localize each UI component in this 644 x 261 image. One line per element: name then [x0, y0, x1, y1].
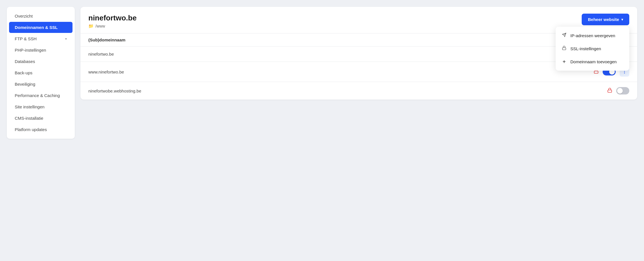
svg-rect-3: [594, 71, 598, 73]
plus-icon: +: [561, 59, 567, 65]
chevron-right-icon: ▾: [65, 37, 67, 41]
svg-rect-7: [608, 90, 612, 92]
table-header-domain: (Sub)domeinnaam: [80, 33, 399, 47]
sidebar-item-domeinnamen-ssl[interactable]: Domeinnamen & SSL: [9, 22, 72, 33]
lock-icon: [561, 46, 567, 51]
sidebar-item-ftp-ssh[interactable]: FTP & SSH▾: [9, 33, 72, 44]
header-left: ninefortwo.be 📁 /www: [88, 14, 137, 29]
sidebar-item-site-instellingen[interactable]: Site instellingen: [9, 101, 72, 112]
subtitle-text: /www: [95, 24, 105, 28]
dropdown-item-label: Domeinnaam toevoegen: [570, 59, 617, 64]
svg-rect-2: [562, 48, 566, 50]
page-subtitle: 📁 /www: [88, 24, 137, 29]
sidebar-item-beveiliging[interactable]: Beveiliging: [9, 79, 72, 90]
sidebar-item-performance-caching[interactable]: Performance & Caching: [9, 90, 72, 101]
beheer-btn-label: Beheer website: [588, 17, 619, 22]
domain-name: www.ninefortwo.be: [80, 62, 399, 82]
send-icon: [561, 33, 567, 38]
sidebar-item-php-instellingen[interactable]: PHP-instellingen: [9, 45, 72, 56]
row-actions: [399, 82, 637, 100]
table-row: ninefortwo.be: [80, 47, 637, 62]
sidebar-item-overzicht[interactable]: Overzicht: [9, 10, 72, 22]
sidebar-item-label: PHP-instellingen: [15, 48, 46, 52]
sidebar: OverzichtDomeinnamen & SSLFTP & SSH▾PHP-…: [7, 7, 75, 139]
lock-icon: [607, 88, 612, 94]
sidebar-item-label: CMS-installatie: [15, 116, 43, 121]
sidebar-item-platform-updates[interactable]: Platform updates: [9, 124, 72, 135]
sidebar-item-label: Domeinnamen & SSL: [15, 25, 58, 30]
domain-name: ninefortwobe.webhosting.be: [80, 82, 399, 100]
dropdown-item-ssl-instellingen[interactable]: SSL-instellingen: [556, 42, 629, 55]
dropdown-item-domeinnaam-toevoegen[interactable]: +Domeinnaam toevoegen: [556, 55, 629, 68]
sidebar-item-label: Site instellingen: [15, 104, 44, 109]
sidebar-item-label: Platform updates: [15, 127, 47, 132]
sidebar-item-back-ups[interactable]: Back-ups: [9, 67, 72, 78]
sidebar-item-cms-installatie[interactable]: CMS-installatie: [9, 113, 72, 124]
toggle-off[interactable]: [616, 87, 629, 94]
domain-table: (Sub)domeinnaam ninefortwo.bewww.ninefor…: [80, 33, 637, 100]
chevron-down-icon: ▾: [621, 18, 623, 22]
svg-point-6: [624, 73, 625, 74]
folder-icon: 📁: [88, 24, 94, 29]
domain-name: ninefortwo.be: [80, 47, 399, 62]
main-panel: ninefortwo.be 📁 /www Beheer website ▾ IP…: [80, 7, 637, 100]
toggle-knob: [617, 88, 623, 94]
sidebar-item-label: Databases: [15, 59, 35, 64]
sidebar-item-label: Back-ups: [15, 70, 33, 75]
sidebar-item-label: Performance & Caching: [15, 93, 60, 98]
page-title: ninefortwo.be: [88, 14, 137, 22]
dropdown-item-label: IP-adressen weergeven: [570, 33, 615, 38]
svg-point-5: [624, 71, 625, 72]
sidebar-item-databases[interactable]: Databases: [9, 56, 72, 67]
sidebar-item-label: FTP & SSH: [15, 36, 37, 41]
table-row: ninefortwobe.webhosting.be: [80, 82, 637, 100]
table-row: www.ninefortwo.be: [80, 62, 637, 82]
dropdown-item-label: SSL-instellingen: [570, 46, 601, 51]
sidebar-item-label: Beveiliging: [15, 82, 35, 87]
main-header: ninefortwo.be 📁 /www Beheer website ▾ IP…: [80, 7, 637, 33]
beheer-website-button[interactable]: Beheer website ▾: [582, 14, 629, 25]
dropdown-item-ip-adressen[interactable]: IP-adressen weergeven: [556, 29, 629, 42]
sidebar-item-label: Overzicht: [15, 14, 33, 18]
actions-container: [407, 87, 629, 94]
dropdown-menu: IP-adressen weergevenSSL-instellingen+Do…: [556, 27, 629, 71]
